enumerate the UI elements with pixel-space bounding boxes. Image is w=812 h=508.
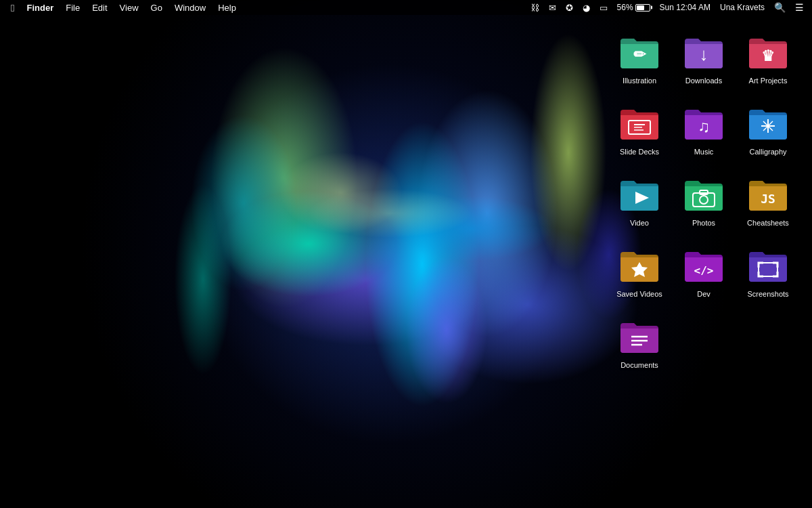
folder-saved-videos-label: Saved Videos [616,290,662,299]
menu-edit[interactable]: Edit [87,0,112,15]
menu-help[interactable]: Help [212,0,242,15]
folder-cheatsheets-label: Cheatsheets [747,219,789,228]
folder-art-projects[interactable]: ♛ Art Projects [738,27,798,95]
svg-text:✏: ✏ [633,46,647,63]
folder-saved-videos-icon [618,244,661,287]
battery-indicator[interactable]: 56% [614,0,653,15]
folder-screenshots-icon [746,244,790,287]
search-icon[interactable]: 🔍 [771,0,788,15]
svg-text:♫: ♫ [698,117,710,135]
menu-file[interactable]: File [60,0,85,15]
menubar:  Finder File Edit View Go Window Help ⛓… [0,0,812,15]
svg-text:JS: JS [761,192,775,206]
folder-cheatsheets-icon: JS [746,173,790,216]
folder-calligraphy-icon [746,102,790,145]
notification-icon[interactable]: ☰ [792,0,807,15]
menubar-right: ⛓ ✉ ✪ ◕ ▭ 56% Sun 12:04 AM Una Kravets 🔍… [528,0,807,15]
apple-menu[interactable]:  [5,0,20,15]
folder-slide-decks-label: Slide Decks [620,148,659,156]
svg-text:↓: ↓ [700,44,708,64]
folder-art-projects-label: Art Projects [749,77,788,85]
svg-text:</>: </> [694,264,714,277]
menu-finder[interactable]: Finder [21,0,59,15]
folder-documents-label: Documents [621,361,658,370]
folder-video[interactable]: Video [609,169,670,237]
folder-video-label: Video [630,219,649,228]
glasses-icon[interactable]: ⛓ [528,0,542,15]
folder-video-icon [618,173,661,216]
folder-photos[interactable]: Photos [673,169,734,237]
folder-cheatsheets[interactable]: JS Cheatsheets [738,169,798,237]
folder-art-projects-icon: ♛ [746,30,790,74]
folder-illustration[interactable]: ✏ Illustration [609,27,670,95]
folder-downloads-label: Downloads [685,77,722,85]
folder-photos-label: Photos [692,219,715,228]
folder-dev-icon: </> [682,244,725,287]
username[interactable]: Una Kravets [717,0,767,15]
desktop-icons: ✏ Illustration ↓ Downloads ♛ Art Project… [602,20,805,386]
folder-slide-decks[interactable]: Slide Decks [609,98,670,166]
svg-text:♛: ♛ [761,47,775,64]
menu-go[interactable]: Go [145,0,168,15]
folder-screenshots[interactable]: Screenshots [738,240,798,308]
folder-dev-label: Dev [697,290,710,299]
folder-illustration-label: Illustration [623,77,656,85]
battery-bar [635,4,650,12]
folder-music-icon: ♫ [682,102,725,145]
menu-window[interactable]: Window [169,0,211,15]
wifi-icon[interactable]: ◕ [580,0,593,15]
menu-view[interactable]: View [114,0,144,15]
airplay-icon[interactable]: ▭ [597,0,610,15]
desktop:  Finder File Edit View Go Window Help ⛓… [0,0,812,508]
folder-saved-videos[interactable]: Saved Videos [609,240,670,308]
folder-documents[interactable]: Documents [609,312,670,379]
folder-screenshots-label: Screenshots [747,290,788,299]
folder-slide-decks-icon [618,102,661,145]
folder-downloads-icon: ↓ [682,30,725,74]
bluetooth-icon[interactable]: ✪ [563,0,576,15]
datetime[interactable]: Sun 12:04 AM [657,0,713,15]
folder-downloads[interactable]: ↓ Downloads [673,27,734,95]
folder-calligraphy-label: Calligraphy [749,148,786,156]
menubar-left:  Finder File Edit View Go Window Help [5,0,242,15]
folder-music[interactable]: ♫ Music [673,98,734,166]
folder-music-label: Music [694,148,714,156]
folder-photos-icon [682,173,725,216]
folder-calligraphy[interactable]: Calligraphy [738,98,798,166]
folder-documents-icon [618,315,661,358]
folder-dev[interactable]: </> Dev [673,240,734,308]
folder-illustration-icon: ✏ [618,30,661,74]
battery-percentage: 56% [617,3,633,12]
mail-icon[interactable]: ✉ [546,0,559,15]
